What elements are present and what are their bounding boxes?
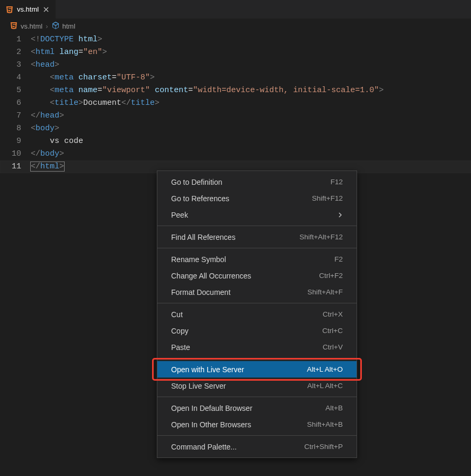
breadcrumb-separator: › bbox=[46, 22, 48, 30]
menu-item-label: Copy bbox=[171, 327, 189, 335]
menu-item-label: Open In Default Browser bbox=[171, 404, 252, 412]
menu-item-shortcut: Ctrl+Shift+P bbox=[304, 443, 343, 451]
menu-item-label: Go to Definition bbox=[171, 178, 223, 186]
file-html-icon bbox=[10, 21, 18, 31]
line-gutter: 1 2 3 4 5 6 7 8 9 10 11 bbox=[0, 33, 31, 173]
menu-separator bbox=[157, 226, 357, 226]
menu-separator bbox=[157, 358, 357, 358]
symbol-field-icon bbox=[51, 21, 60, 31]
breadcrumb-label: html bbox=[63, 22, 76, 30]
menu-separator bbox=[157, 303, 357, 303]
menu-item-cut[interactable]: CutCtrl+X bbox=[157, 306, 357, 322]
menu-item-stop-live-server[interactable]: Stop Live ServerAlt+L Alt+C bbox=[157, 378, 357, 394]
menu-item-shortcut: Alt+L Alt+O bbox=[307, 365, 343, 373]
menu-item-paste[interactable]: PasteCtrl+V bbox=[157, 339, 357, 355]
menu-item-format-document[interactable]: Format DocumentShift+Alt+F bbox=[157, 284, 357, 300]
menu-item-shortcut: Ctrl+C bbox=[322, 327, 343, 335]
menu-item-label: Open In Other Browsers bbox=[171, 420, 251, 429]
tab-vs-html[interactable]: vs.html bbox=[0, 0, 56, 19]
menu-item-label: Cut bbox=[171, 310, 183, 319]
menu-item-shortcut: F2 bbox=[334, 255, 343, 263]
menu-item-label: Format Document bbox=[171, 288, 230, 297]
menu-item-label: Peek bbox=[171, 211, 188, 219]
menu-item-label: Go to References bbox=[171, 194, 229, 203]
tab-bar: vs.html bbox=[0, 0, 471, 19]
menu-item-shortcut: Ctrl+V bbox=[323, 343, 343, 351]
code-content[interactable]: <!DOCTYPE html> <html lang="en"> <head> … bbox=[31, 33, 471, 173]
menu-item-label: Open with Live Server bbox=[171, 365, 244, 374]
menu-item-go-to-references[interactable]: Go to ReferencesShift+F12 bbox=[157, 190, 357, 206]
menu-item-label: Stop Live Server bbox=[171, 382, 226, 390]
breadcrumb-item-symbol[interactable]: html bbox=[51, 21, 76, 31]
breadcrumb-item-file[interactable]: vs.html bbox=[10, 21, 42, 31]
menu-item-change-all-occurrences[interactable]: Change All OccurrencesCtrl+F2 bbox=[157, 267, 357, 284]
chevron-right-icon bbox=[337, 211, 343, 219]
menu-item-peek[interactable]: Peek bbox=[157, 206, 357, 223]
menu-separator bbox=[157, 248, 357, 248]
close-icon[interactable] bbox=[42, 5, 50, 14]
menu-item-shortcut: Shift+Alt+F bbox=[307, 288, 343, 296]
menu-item-shortcut: Ctrl+F2 bbox=[319, 272, 343, 280]
menu-item-find-all-references[interactable]: Find All ReferencesShift+Alt+F12 bbox=[157, 229, 357, 245]
menu-item-label: Find All References bbox=[171, 233, 235, 241]
code-editor[interactable]: 1 2 3 4 5 6 7 8 9 10 11 <!DOCTYPE html> … bbox=[0, 33, 471, 173]
menu-item-go-to-definition[interactable]: Go to DefinitionF12 bbox=[157, 174, 357, 190]
file-html-icon bbox=[5, 5, 14, 14]
menu-item-label: Change All Occurrences bbox=[171, 272, 251, 280]
tab-label: vs.html bbox=[17, 5, 39, 13]
menu-item-shortcut: Alt+L Alt+C bbox=[307, 382, 343, 390]
menu-item-shortcut: Shift+F12 bbox=[312, 194, 343, 202]
menu-item-shortcut: F12 bbox=[331, 178, 343, 186]
menu-item-label: Paste bbox=[171, 343, 190, 352]
menu-item-label: Rename Symbol bbox=[171, 255, 226, 264]
breadcrumb[interactable]: vs.html › html bbox=[0, 19, 471, 33]
menu-separator bbox=[157, 435, 357, 436]
menu-item-open-with-live-server[interactable]: Open with Live ServerAlt+L Alt+O bbox=[157, 361, 357, 378]
menu-item-shortcut: Ctrl+X bbox=[323, 310, 343, 318]
menu-item-shortcut: Shift+Alt+F12 bbox=[299, 233, 343, 241]
menu-item-shortcut: Shift+Alt+B bbox=[307, 420, 343, 428]
menu-item-rename-symbol[interactable]: Rename SymbolF2 bbox=[157, 251, 357, 267]
menu-item-open-in-other-browsers[interactable]: Open In Other BrowsersShift+Alt+B bbox=[157, 416, 357, 433]
menu-item-shortcut: Alt+B bbox=[325, 404, 343, 412]
context-menu[interactable]: Go to DefinitionF12Go to ReferencesShift… bbox=[157, 170, 357, 458]
menu-item-command-palette[interactable]: Command Palette...Ctrl+Shift+P bbox=[157, 438, 357, 455]
menu-separator bbox=[157, 397, 357, 397]
menu-item-open-in-default-browser[interactable]: Open In Default BrowserAlt+B bbox=[157, 400, 357, 416]
breadcrumb-label: vs.html bbox=[21, 22, 42, 30]
menu-item-copy[interactable]: CopyCtrl+C bbox=[157, 322, 357, 339]
menu-item-label: Command Palette... bbox=[171, 443, 237, 451]
